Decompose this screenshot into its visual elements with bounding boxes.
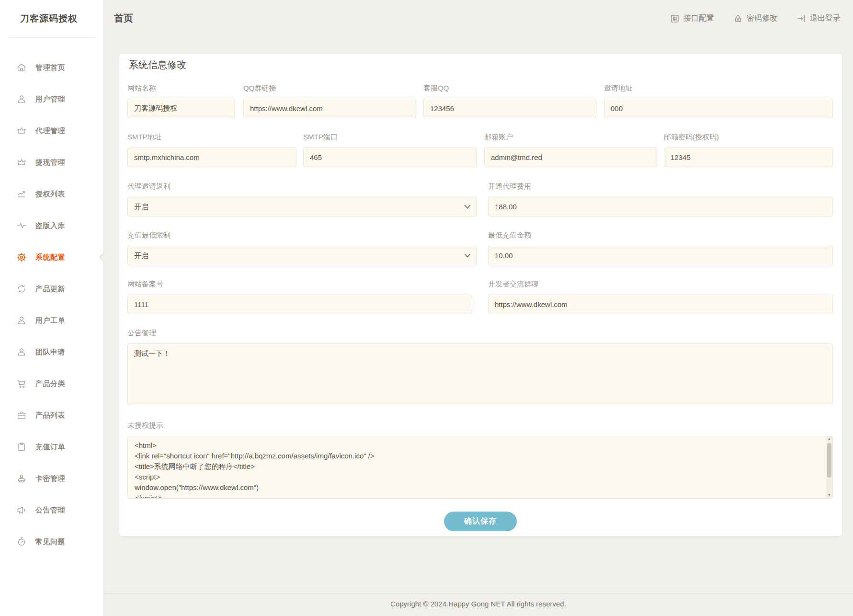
sidebar-item-announcement-management[interactable]: 公告管理: [0, 494, 103, 526]
system-info-card: 系统信息修改 网站名称 QQ群链接 客服QQ 邀请地址 SMTP地址: [119, 54, 842, 536]
agent-rebate-select[interactable]: 开启: [127, 197, 477, 217]
lock-icon: [733, 14, 743, 23]
scroll-up-arrow[interactable]: ▲: [826, 436, 832, 442]
sidebar-item-product-list[interactable]: 产品列表: [0, 399, 103, 431]
sidebar-item-system-config[interactable]: 系统配置: [0, 241, 103, 273]
refresh-icon: [16, 284, 27, 294]
email-account-input[interactable]: [484, 148, 657, 167]
sidebar-menu: 管理首页 用户管理 代理管理 提现管理 授权列表: [0, 38, 103, 558]
pulse-icon: [16, 220, 27, 231]
email-account-label: 邮箱账户: [484, 133, 657, 142]
scrollbar-thumb[interactable]: [827, 443, 831, 478]
gear-icon: [16, 252, 27, 262]
sidebar-item-label: 授权列表: [35, 190, 65, 199]
sidebar-item-label: 盗版入库: [35, 221, 65, 230]
service-qq-input[interactable]: [423, 99, 596, 118]
sidebar-item-user-management[interactable]: 用户管理: [0, 83, 103, 115]
sidebar-item-authorization-list[interactable]: 授权列表: [0, 178, 103, 210]
unauthorized-tip-label: 未授权提示: [127, 421, 833, 431]
sidebar-item-team-application[interactable]: 团队申请: [0, 336, 103, 368]
api-config-label: 接口配置: [683, 13, 714, 23]
sidebar-item-withdrawal-management[interactable]: 提现管理: [0, 147, 103, 178]
recharge-limit-label: 充值最低限制: [127, 231, 477, 240]
icp-number-label: 网站备案号: [127, 280, 472, 289]
page-title: 首页: [114, 12, 133, 25]
sidebar-item-label: 产品分类: [35, 379, 65, 388]
sidebar-item-product-update[interactable]: 产品更新: [0, 273, 103, 305]
clock-icon: [16, 536, 27, 547]
user-icon: [16, 347, 27, 357]
user-icon: [16, 94, 27, 104]
sidebar-item-label: 充值订单: [35, 443, 65, 452]
announcement-label: 公告管理: [127, 329, 833, 338]
logout-label: 退出登录: [810, 13, 841, 23]
invite-address-label: 邀请地址: [604, 84, 833, 93]
change-password-button[interactable]: 密码修改: [733, 13, 777, 23]
icp-number-input[interactable]: [127, 295, 472, 314]
sidebar-item-label: 用户工单: [35, 316, 65, 325]
site-name-input[interactable]: [127, 99, 235, 118]
sidebar-item-label: 常见问题: [35, 537, 65, 547]
qq-group-link-input[interactable]: [243, 99, 416, 118]
invite-address-input[interactable]: [604, 99, 833, 118]
sidebar-item-recharge-orders[interactable]: 充值订单: [0, 431, 103, 463]
sidebar-item-admin-home[interactable]: 管理首页: [0, 52, 103, 83]
crown-icon: [16, 157, 27, 168]
app-logo: 刀客源码授权: [0, 0, 103, 37]
email-password-label: 邮箱密码(授权码): [664, 133, 833, 142]
main-content: 首页 接口配置 密码修改 退出登录 系统信息修: [103, 0, 853, 616]
qq-group-link-label: QQ群链接: [243, 84, 416, 93]
logout-icon: [796, 14, 806, 23]
min-recharge-input[interactable]: [488, 246, 833, 265]
sidebar-item-label: 团队申请: [35, 348, 65, 357]
form-title: 系统信息修改: [129, 58, 186, 71]
sidebar-item-faq[interactable]: 常见问题: [0, 526, 103, 558]
smtp-address-input[interactable]: [127, 148, 296, 167]
smtp-address-label: SMTP地址: [127, 133, 296, 142]
agent-fee-label: 开通代理费用: [488, 182, 833, 192]
sidebar-item-label: 卡密管理: [35, 474, 65, 483]
sidebar-item-label: 产品更新: [35, 285, 65, 294]
agent-fee-input[interactable]: [488, 197, 833, 217]
sidebar-item-card-key-management[interactable]: 卡密管理: [0, 463, 103, 494]
clipboard-icon: [16, 442, 27, 452]
unauthorized-tip-textarea[interactable]: <html> <link rel="shortcut icon" href="h…: [127, 436, 833, 499]
cart-icon: [16, 378, 27, 389]
service-qq-label: 客服QQ: [423, 84, 596, 93]
min-recharge-label: 最低充值金额: [488, 231, 833, 240]
topbar: 首页 接口配置 密码修改 退出登录: [103, 0, 853, 37]
smtp-port-label: SMTP端口: [303, 133, 477, 142]
announcement-textarea[interactable]: 测试一下！: [127, 343, 833, 405]
api-config-button[interactable]: 接口配置: [670, 13, 714, 23]
sidebar-item-label: 系统配置: [35, 253, 65, 262]
logout-button[interactable]: 退出登录: [796, 13, 841, 23]
scroll-down-arrow[interactable]: ▼: [826, 492, 832, 498]
crown-icon: [16, 125, 27, 136]
api-config-icon: [670, 14, 680, 23]
sidebar-item-piracy-database[interactable]: 盗版入库: [0, 210, 103, 241]
site-name-label: 网站名称: [127, 84, 235, 93]
scrollbar[interactable]: ▲ ▼: [826, 436, 832, 498]
developer-group-label: 开发者交流群聊: [488, 280, 833, 289]
email-password-input[interactable]: [664, 148, 833, 167]
sidebar-item-label: 管理首页: [35, 63, 65, 72]
sidebar: 刀客源码授权 管理首页 用户管理 代理管理 提现管理: [0, 0, 104, 616]
save-button[interactable]: 确认保存: [444, 512, 517, 531]
change-password-label: 密码修改: [747, 13, 777, 23]
sidebar-item-label: 产品列表: [35, 411, 65, 420]
sidebar-item-user-tickets[interactable]: 用户工单: [0, 305, 103, 336]
home-icon: [16, 62, 27, 73]
smtp-port-input[interactable]: [303, 148, 477, 167]
briefcase-icon: [16, 410, 27, 421]
trend-chart-icon: [16, 189, 27, 199]
sidebar-item-product-categories[interactable]: 产品分类: [0, 368, 103, 399]
user-icon: [16, 315, 27, 326]
stamp-icon: [16, 473, 27, 484]
developer-group-input[interactable]: [488, 295, 833, 314]
sidebar-item-agent-management[interactable]: 代理管理: [0, 115, 103, 147]
recharge-limit-select[interactable]: 开启: [127, 246, 477, 265]
sidebar-item-label: 公告管理: [35, 506, 65, 515]
sidebar-item-label: 提现管理: [35, 158, 65, 167]
topbar-actions: 接口配置 密码修改 退出登录: [670, 13, 841, 23]
megaphone-icon: [16, 505, 27, 515]
